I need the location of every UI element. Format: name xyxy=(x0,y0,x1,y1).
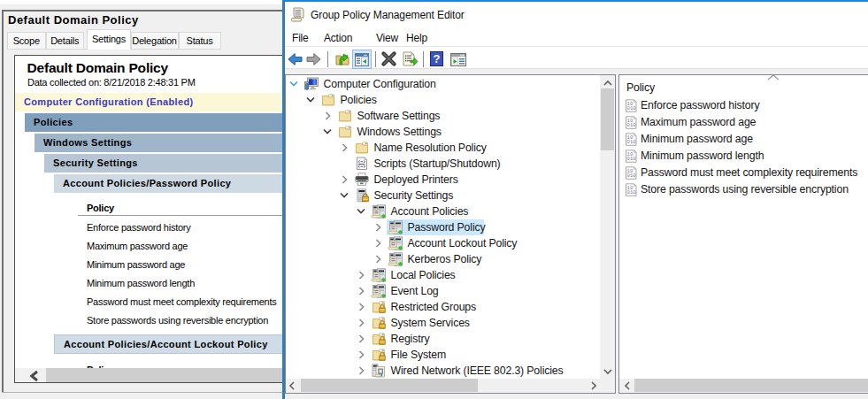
svg-text:010: 010 xyxy=(627,156,637,162)
svg-text:010: 010 xyxy=(627,173,637,179)
svg-text:010: 010 xyxy=(627,122,637,128)
svg-text:010: 010 xyxy=(627,105,637,111)
svg-text:010: 010 xyxy=(627,189,637,196)
svg-text:010: 010 xyxy=(627,139,637,145)
